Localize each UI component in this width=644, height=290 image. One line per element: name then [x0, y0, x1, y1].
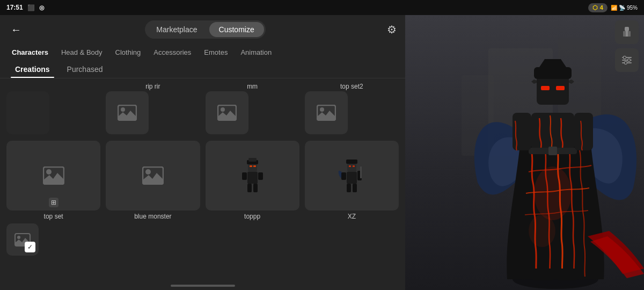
svg-rect-35 [628, 31, 631, 37]
svg-rect-54 [556, 86, 565, 90]
item-blue-monster: blue monster [106, 141, 200, 220]
top-label-1 [6, 83, 100, 90]
svg-rect-29 [353, 165, 355, 167]
back-button[interactable]: ← [9, 21, 24, 38]
svg-rect-32 [625, 27, 629, 31]
tab-nav: Characters Head & Body Clothing Accessor… [0, 44, 405, 61]
svg-rect-26 [347, 184, 351, 192]
customize-button[interactable]: Customize [209, 22, 264, 37]
card-rip-rir[interactable] [106, 91, 149, 134]
sliders-icon [620, 54, 633, 67]
svg-rect-22 [346, 160, 357, 164]
status-bar: 17:51 ⬛ ◎ ⬡ 4 📶 📡 95% [0, 0, 644, 15]
svg-point-1 [121, 107, 125, 112]
svg-point-40 [628, 59, 631, 62]
svg-rect-52 [534, 67, 572, 79]
card-empty-1[interactable] [6, 91, 49, 134]
char-view [405, 15, 644, 290]
svg-point-9 [145, 169, 151, 175]
svg-rect-15 [258, 172, 263, 180]
time: 17:51 [6, 4, 23, 11]
signal-icons: 📶 📡 95% [611, 5, 638, 11]
item-xz: XZ [305, 141, 399, 220]
placeholder-img-3 [317, 105, 336, 121]
svg-rect-18 [250, 165, 252, 167]
svg-point-39 [624, 56, 626, 59]
svg-rect-28 [349, 165, 351, 167]
svg-rect-27 [353, 184, 357, 192]
equip-icon: ⊞ [49, 198, 58, 207]
svg-rect-25 [360, 166, 362, 178]
char-toppp-img [238, 157, 267, 194]
sub-tabs: Creations Purchased [0, 61, 405, 78]
card-xz[interactable] [305, 141, 399, 211]
tab-clothing[interactable]: Clothing [110, 44, 147, 61]
svg-rect-57 [533, 269, 553, 280]
item-top-set: ⊞ top set [6, 141, 100, 220]
card-top-set[interactable]: ⊞ [6, 141, 100, 211]
label-blue-monster: blue monster [134, 213, 171, 220]
tab-characters[interactable]: Characters [6, 44, 54, 61]
svg-point-41 [625, 62, 627, 64]
svg-rect-20 [347, 172, 357, 184]
svg-rect-16 [247, 184, 252, 192]
settings-button[interactable]: ⚙ [387, 23, 397, 36]
label-toppp: toppp [244, 213, 260, 220]
label-xz: XZ [348, 213, 356, 220]
svg-rect-53 [541, 86, 550, 90]
avatar-preview-button[interactable] [615, 20, 639, 44]
left-panel: ← Marketplace Customize ⚙ Characters Hea… [0, 15, 405, 290]
svg-rect-58 [557, 269, 577, 280]
main-layout: ← Marketplace Customize ⚙ Characters Hea… [0, 15, 644, 290]
svg-point-31 [17, 236, 20, 239]
robux-icon: ⬡ [592, 4, 598, 11]
scroll-bar [171, 285, 235, 287]
placeholder-img-2 [217, 105, 237, 121]
label-top-set: top set [44, 213, 63, 220]
svg-rect-19 [253, 165, 256, 167]
item-toppp: toppp [206, 141, 299, 220]
top-label-mm: mm [206, 83, 299, 90]
check-badge: ✓ [25, 242, 35, 252]
signal-icon: 📡 [619, 5, 625, 11]
right-sidebar [615, 20, 639, 72]
right-panel [405, 15, 644, 290]
scroll-indicator [0, 281, 405, 290]
svg-rect-13 [248, 158, 257, 162]
svg-point-3 [221, 107, 225, 112]
battery: 95% [627, 5, 638, 11]
header-nav: Marketplace Customize [145, 20, 265, 39]
status-right: ⬡ 4 📶 📡 95% [588, 3, 638, 12]
svg-rect-34 [623, 31, 626, 37]
card-toppp[interactable] [206, 141, 299, 211]
subtab-creations[interactable]: Creations [6, 61, 58, 78]
screen-icon: ⬛ [27, 4, 35, 11]
svg-rect-23 [341, 172, 346, 180]
marketplace-button[interactable]: Marketplace [147, 22, 207, 37]
tab-animation[interactable]: Animation [235, 44, 277, 61]
robux-count: 4 [600, 4, 603, 11]
card-bottom-1[interactable]: ✓ [6, 223, 39, 256]
svg-rect-17 [253, 184, 258, 192]
tab-head-body[interactable]: Head & Body [56, 44, 108, 61]
avatar-icon [620, 26, 633, 39]
svg-rect-48 [531, 113, 574, 150]
filters-button[interactable] [615, 48, 639, 72]
card-top-set2[interactable] [305, 91, 348, 134]
tab-emotes[interactable]: Emotes [199, 44, 233, 61]
card-blue-monster[interactable] [106, 141, 200, 211]
tab-accessories[interactable]: Accessories [148, 44, 196, 61]
svg-point-7 [46, 169, 52, 175]
card-mm[interactable] [206, 91, 248, 134]
svg-rect-14 [242, 172, 247, 180]
subtab-purchased[interactable]: Purchased [58, 61, 112, 78]
svg-point-46 [534, 166, 572, 220]
header: ← Marketplace Customize ⚙ [0, 15, 405, 44]
top-label-top-set2: top set2 [305, 83, 399, 90]
svg-point-5 [320, 107, 324, 112]
char-xz-img [337, 157, 367, 194]
grid-area[interactable]: rip rir mm top set2 [0, 78, 405, 281]
robux-badge: ⬡ 4 [588, 3, 608, 12]
location-icon: ◎ [39, 4, 45, 11]
svg-point-47 [529, 215, 555, 247]
